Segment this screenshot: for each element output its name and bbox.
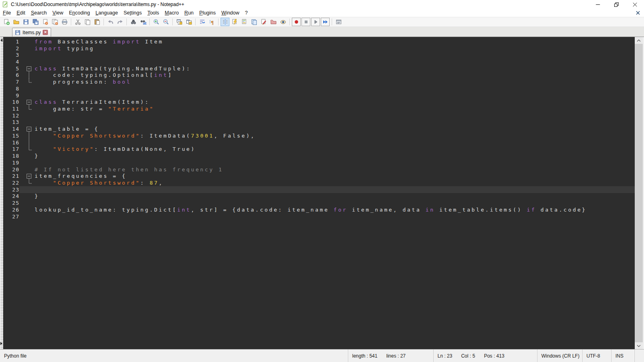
- code-editor[interactable]: 1from BaseClasses import Item2import typ…: [3, 37, 635, 349]
- line-number[interactable]: 16: [3, 140, 19, 146]
- code-line-27[interactable]: 27: [3, 213, 635, 220]
- copy-icon[interactable]: [83, 18, 92, 26]
- code-line-9[interactable]: 9: [3, 92, 635, 99]
- close-all-files-icon[interactable]: [50, 18, 59, 26]
- code-line-6[interactable]: 6 code: typing.Optional[int]: [3, 72, 635, 79]
- restore-icon[interactable]: [607, 0, 625, 9]
- splitter-expand-icon[interactable]: [0, 342, 2, 345]
- close-icon[interactable]: [625, 0, 644, 9]
- menu-item-search[interactable]: Search: [28, 9, 50, 16]
- sync-scroll-horizontal-icon[interactable]: [184, 18, 193, 26]
- line-number[interactable]: 11: [3, 106, 19, 112]
- splitter-collapse-icon[interactable]: [0, 39, 2, 42]
- line-number[interactable]: 2: [3, 45, 19, 51]
- code-line-10[interactable]: 10class TerrariaItem(Item):: [3, 99, 635, 105]
- code-line-14[interactable]: 14item_table = {: [3, 125, 635, 132]
- line-number[interactable]: 26: [3, 207, 19, 213]
- line-number[interactable]: 14: [3, 126, 19, 132]
- code-line-26[interactable]: 26lookup_id_to_name: typing.Dict[int, st…: [3, 206, 635, 213]
- menu-item-file[interactable]: File: [0, 9, 14, 16]
- menu-item-help[interactable]: ?: [242, 9, 251, 16]
- menu-item-window[interactable]: Window: [219, 9, 242, 16]
- menu-item-run[interactable]: Run: [182, 9, 196, 16]
- line-number[interactable]: 13: [3, 119, 19, 125]
- line-number[interactable]: 19: [3, 160, 19, 166]
- macro-stop-icon[interactable]: [301, 18, 310, 26]
- line-number[interactable]: 23: [3, 187, 19, 193]
- line-number[interactable]: 9: [3, 93, 19, 99]
- line-number[interactable]: 15: [3, 133, 19, 139]
- save-file-icon[interactable]: [21, 18, 30, 26]
- menubar-close-icon[interactable]: [636, 11, 640, 15]
- paste-icon[interactable]: [93, 18, 101, 26]
- code-line-19[interactable]: 19: [3, 159, 635, 166]
- save-all-files-icon[interactable]: [31, 18, 40, 26]
- show-all-characters-icon[interactable]: ¶: [207, 18, 216, 26]
- menu-item-settings[interactable]: Settings: [121, 9, 144, 16]
- code-line-5[interactable]: 5class ItemData(typing.NamedTuple):: [3, 65, 635, 72]
- document-list-icon[interactable]: [250, 18, 258, 26]
- document-map-icon[interactable]: [240, 18, 249, 26]
- replace-icon[interactable]: ab: [138, 18, 147, 26]
- line-number[interactable]: 1: [3, 39, 19, 45]
- find-icon[interactable]: [129, 18, 138, 26]
- code-line-15[interactable]: 15 "Copper Shortsword": ItemData(73001, …: [3, 132, 635, 139]
- macro-record-icon[interactable]: [292, 18, 301, 26]
- redo-icon[interactable]: [116, 18, 124, 26]
- menu-item-plugins[interactable]: Plugins: [196, 9, 219, 16]
- menu-item-edit[interactable]: Edit: [14, 9, 28, 16]
- code-line-7[interactable]: 7 progression: bool: [3, 78, 635, 85]
- word-wrap-icon[interactable]: [198, 18, 206, 26]
- zoom-in-icon[interactable]: [152, 18, 161, 26]
- line-number[interactable]: 20: [3, 167, 19, 173]
- line-number[interactable]: 17: [3, 146, 19, 152]
- cut-icon[interactable]: [73, 18, 82, 26]
- macro-run-multiple-icon[interactable]: [321, 18, 330, 26]
- line-number[interactable]: 6: [3, 72, 19, 78]
- fold-collapse-icon[interactable]: [19, 125, 35, 132]
- function-list-icon[interactable]: [230, 18, 239, 26]
- line-number[interactable]: 3: [3, 52, 19, 58]
- line-number[interactable]: 25: [3, 200, 19, 206]
- line-number[interactable]: 18: [3, 153, 19, 159]
- code-line-22[interactable]: 22 "Copper Shortsword": 87,: [3, 179, 635, 186]
- tab-items-py[interactable]: Items.py ✕: [12, 28, 51, 37]
- code-line-24[interactable]: 24}: [3, 193, 635, 200]
- code-line-4[interactable]: 4: [3, 58, 635, 65]
- code-line-11[interactable]: 11 game: str = "Terraria": [3, 105, 635, 112]
- new-file-icon[interactable]: [2, 18, 11, 26]
- close-file-icon[interactable]: [41, 18, 50, 26]
- line-number[interactable]: 27: [3, 214, 19, 220]
- minimize-icon[interactable]: [588, 0, 607, 9]
- code-line-13[interactable]: 13: [3, 119, 635, 126]
- line-number[interactable]: 12: [3, 113, 19, 119]
- code-line-12[interactable]: 12: [3, 112, 635, 119]
- scrollbar-thumb[interactable]: [635, 44, 643, 342]
- fold-collapse-icon[interactable]: [19, 99, 35, 105]
- dock-gripper[interactable]: [0, 37, 3, 349]
- line-number[interactable]: 5: [3, 66, 19, 72]
- panel-toggle-icon[interactable]: [334, 18, 343, 26]
- code-line-16[interactable]: 16: [3, 139, 635, 146]
- menu-item-language[interactable]: Language: [93, 9, 121, 16]
- line-number[interactable]: 8: [3, 86, 19, 92]
- scroll-up-icon[interactable]: [635, 37, 643, 44]
- line-number[interactable]: 22: [3, 180, 19, 186]
- monitoring-eye-icon[interactable]: [279, 18, 287, 26]
- code-line-18[interactable]: 18}: [3, 152, 635, 159]
- folder-as-workspace-icon[interactable]: [269, 18, 278, 26]
- fold-collapse-icon[interactable]: [19, 65, 35, 72]
- code-line-1[interactable]: 1from BaseClasses import Item: [3, 38, 635, 45]
- menu-item-view[interactable]: View: [50, 9, 66, 16]
- code-line-8[interactable]: 8: [3, 85, 635, 92]
- open-folder-icon[interactable]: [12, 18, 21, 26]
- print-file-icon[interactable]: [60, 18, 69, 26]
- code-line-2[interactable]: 2import typing: [3, 45, 635, 52]
- menu-item-encoding[interactable]: Encoding: [66, 9, 93, 16]
- menu-item-macro[interactable]: Macro: [162, 9, 182, 16]
- tab-close-icon[interactable]: ✕: [43, 30, 48, 35]
- undo-icon[interactable]: [106, 18, 115, 26]
- line-number[interactable]: 21: [3, 173, 19, 179]
- code-line-20[interactable]: 20# If not listed here then has frequenc…: [3, 166, 635, 173]
- menu-item-tools[interactable]: Tools: [144, 9, 162, 16]
